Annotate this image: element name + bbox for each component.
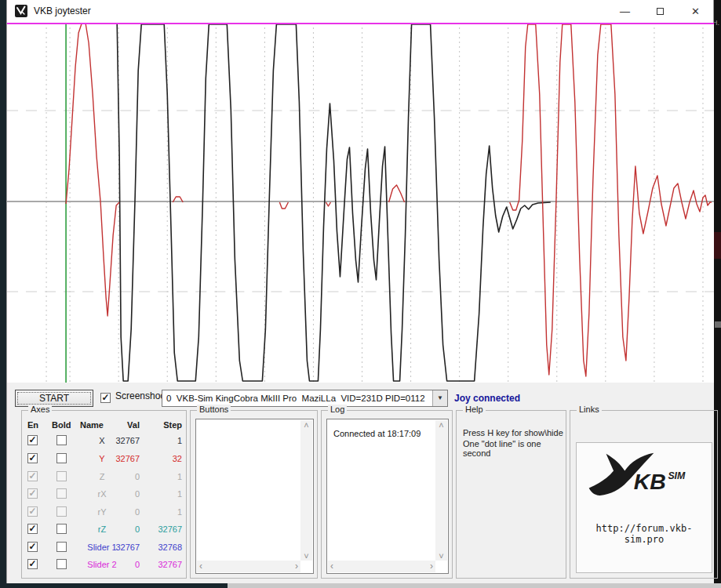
bold-checkbox[interactable] [56, 559, 67, 569]
axis-step: 1 [144, 507, 182, 517]
col-header-en: En [27, 420, 38, 430]
buttons-listbox[interactable]: ˄ ˅ ‹ › [195, 419, 314, 574]
close-button[interactable]: ✕ [678, 0, 713, 23]
axis-value: 0 [104, 489, 140, 499]
bold-checkbox[interactable] [56, 488, 67, 499]
control-panel: START ✓ Screenshoot 0 VKB-Sim KingCobra … [7, 383, 714, 583]
scroll-down-icon[interactable]: ˅ [300, 551, 312, 561]
vkb-bird-icon: KB SIM [584, 448, 704, 510]
axis-step: 1 [144, 489, 182, 499]
chevron-down-icon[interactable]: ▼ [432, 390, 447, 406]
en-checkbox[interactable]: ✓ [27, 453, 38, 463]
minimize-button[interactable]: — [607, 0, 643, 23]
axes-row: ✓Y3276732 [22, 452, 186, 465]
app-window: VKB joytester — ✕ START ✓ Screenshoot 0 … [6, 0, 714, 583]
scroll-down-icon[interactable]: ˅ [435, 551, 447, 561]
links-panel: KB SIM http://forum.vkb-sim.pro [576, 442, 712, 573]
en-checkbox[interactable]: ✓ [27, 524, 38, 534]
log-listbox[interactable]: Connected at 18:17:09 ˄ ˅ ‹ › [326, 419, 449, 574]
vertical-scrollbar[interactable]: ˄ ˅ [300, 420, 312, 561]
col-header-val: Val [104, 420, 140, 430]
maximize-icon [657, 8, 664, 15]
help-group: Help Press H key for show\hide One "dot … [456, 410, 566, 579]
y-axis-trace [66, 24, 119, 316]
axis-value: 32767 [104, 543, 140, 552]
axis-value: 0 [104, 472, 140, 481]
y-axis-trace [326, 202, 330, 206]
scroll-right-icon[interactable]: › [430, 561, 433, 572]
en-checkbox[interactable]: ✓ [27, 488, 38, 499]
axis-step: 32767 [144, 524, 182, 534]
axes-group: Axes En Bold Name Val Step ✓X327671✓Y327… [21, 410, 187, 579]
app-icon [15, 5, 27, 17]
axis-step: 32 [144, 454, 182, 463]
status-text: Joy connected [454, 393, 520, 404]
bold-checkbox[interactable] [56, 506, 67, 517]
start-button-label: START [39, 393, 69, 404]
scroll-left-icon[interactable]: ‹ [330, 561, 333, 572]
bold-checkbox[interactable] [56, 524, 67, 534]
bold-checkbox[interactable] [56, 471, 67, 481]
screenshot-checkbox[interactable]: ✓ [100, 393, 111, 403]
log-group-title: Log [328, 405, 347, 414]
axes-row: ✓Slider 13276732768 [22, 541, 186, 554]
forum-link[interactable]: http://forum.vkb-sim.pro [577, 523, 712, 545]
axes-row: ✓Slider 2032767 [22, 558, 186, 571]
axis-step: 32767 [144, 560, 182, 569]
y-axis-trace [510, 24, 712, 376]
en-checkbox[interactable]: ✓ [27, 471, 38, 481]
scope-chart [7, 23, 714, 383]
axes-row: ✓Z01 [22, 470, 186, 483]
desktop-fragment [715, 321, 721, 328]
axis-traces-plot [7, 23, 714, 383]
links-group: Links KB SIM http://forum.vkb-sim.pro [570, 410, 718, 579]
col-header-step: Step [144, 420, 182, 430]
vertical-scrollbar[interactable]: ˄ ˅ [435, 420, 447, 561]
en-checkbox[interactable]: ✓ [27, 506, 38, 517]
logo-sim-text: SIM [668, 470, 686, 481]
desktop-fragment [714, 232, 721, 259]
maximize-button[interactable] [643, 0, 678, 23]
axes-row: ✓rY01 [22, 506, 186, 518]
start-button[interactable]: START [15, 390, 93, 407]
vkb-sim-logo: KB SIM [584, 448, 704, 520]
col-header-name: Name [80, 420, 104, 430]
axis-value: 32767 [104, 454, 140, 463]
axes-group-title: Axes [28, 405, 52, 414]
axis-value: 0 [104, 507, 140, 517]
help-line-1: Press H key for show\hide [463, 428, 563, 437]
axis-step: 1 [144, 436, 182, 445]
en-checkbox[interactable]: ✓ [27, 435, 38, 445]
horizontal-scrollbar[interactable]: ‹ › [328, 561, 435, 572]
axis-value: 0 [104, 560, 140, 569]
scroll-left-icon[interactable]: ‹ [199, 561, 202, 572]
col-header-bold: Bold [52, 420, 71, 430]
en-checkbox[interactable]: ✓ [27, 542, 38, 552]
horizontal-scrollbar[interactable]: ‹ › [197, 561, 300, 572]
axes-row: ✓X327671 [22, 434, 186, 447]
scroll-up-icon[interactable]: ˄ [300, 420, 312, 430]
screenshot-label: Screenshoot [115, 390, 168, 401]
bold-checkbox[interactable] [56, 542, 67, 552]
help-line-2: One "dot line" is one second [463, 439, 566, 458]
axis-step: 1 [144, 472, 182, 481]
links-group-title: Links [577, 405, 602, 414]
axis-value: 32767 [104, 436, 140, 445]
bold-checkbox[interactable] [56, 453, 67, 463]
scroll-right-icon[interactable]: › [295, 561, 298, 572]
axes-row: ✓rX01 [22, 488, 186, 500]
desktop-background-bottom [228, 583, 721, 588]
y-axis-trace [279, 202, 288, 209]
help-group-title: Help [463, 405, 486, 414]
log-entry: Connected at 18:17:09 [333, 429, 421, 438]
scroll-up-icon[interactable]: ˄ [435, 420, 447, 430]
logo-kb-text: KB [634, 469, 666, 494]
log-group: Log Connected at 18:17:09 ˄ ˅ ‹ › [321, 410, 453, 579]
device-select-value: 0 VKB-Sim KingCobra MkIII Pro MaziLLa VI… [166, 390, 432, 406]
buttons-group: Buttons ˄ ˅ ‹ › [190, 410, 318, 579]
axes-row: ✓rZ032767 [22, 523, 186, 535]
axis-step: 32768 [144, 543, 182, 552]
buttons-group-title: Buttons [197, 405, 231, 414]
bold-checkbox[interactable] [56, 435, 67, 445]
en-checkbox[interactable]: ✓ [27, 559, 38, 569]
